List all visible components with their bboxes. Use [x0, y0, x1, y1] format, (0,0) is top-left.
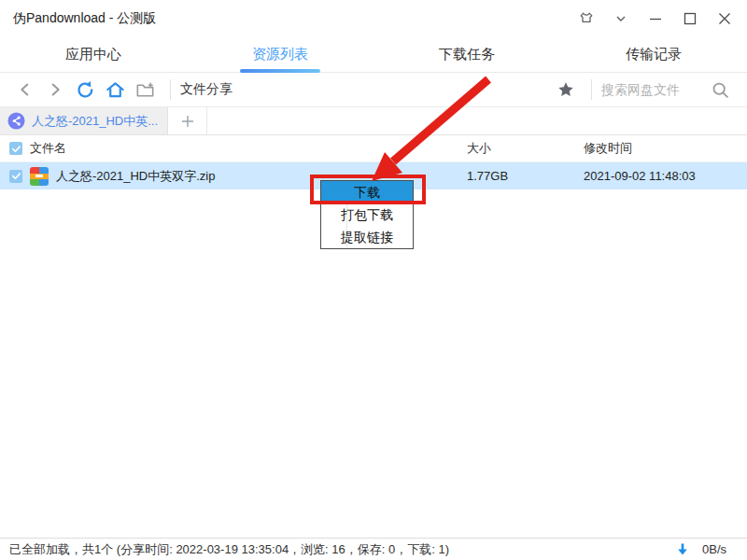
new-folder-button[interactable] [131, 77, 159, 103]
download-speed: 0B/s [702, 542, 726, 556]
select-all-checkbox[interactable] [9, 142, 22, 155]
menu-dropdown-button[interactable] [603, 5, 638, 33]
tab-label: 下载任务 [439, 46, 495, 63]
search-icon [711, 80, 730, 100]
file-name: 人之怒-2021_HD中英双字.zip [56, 168, 216, 185]
tab-download-tasks[interactable]: 下载任务 [374, 37, 560, 72]
header-modified-label: 修改时间 [579, 140, 747, 157]
toolbar: 文件分享 [0, 73, 747, 107]
forward-button[interactable] [41, 77, 69, 103]
row-checkbox[interactable] [9, 170, 22, 183]
tab-resource-list[interactable]: 资源列表 [187, 37, 374, 72]
check-icon [11, 171, 21, 181]
back-button[interactable] [11, 77, 39, 103]
share-icon [7, 112, 25, 130]
file-size: 1.77GB [467, 169, 579, 183]
new-tab-button[interactable] [168, 107, 207, 134]
tab-label: 应用中心 [65, 46, 121, 63]
tab-app-center[interactable]: 应用中心 [0, 37, 187, 72]
maximize-icon [684, 12, 697, 25]
home-button[interactable] [101, 77, 129, 103]
app-window: 伪Pandownload - 公测版 [0, 0, 747, 560]
toolbar-divider [591, 79, 592, 100]
header-name-label: 文件名 [30, 140, 66, 157]
close-icon [718, 12, 731, 25]
favorite-button[interactable] [552, 77, 580, 103]
doc-tab-share[interactable]: 人之怒-2021_HD中英... [0, 107, 168, 134]
search-button[interactable] [706, 77, 734, 103]
chevron-left-icon [15, 79, 35, 100]
doc-tab-strip: 人之怒-2021_HD中英... [0, 107, 747, 135]
chevron-right-icon [45, 79, 65, 100]
tab-label: 传输记录 [626, 46, 682, 63]
doc-tab-label: 人之怒-2021_HD中英... [32, 113, 158, 130]
tab-label: 资源列表 [252, 46, 308, 63]
menu-item-package-download[interactable]: 打包下载 [321, 203, 413, 226]
chevron-down-icon [613, 11, 628, 26]
current-folder-label: 文件分享 [180, 81, 233, 98]
status-bar: 已全部加载，共1个 (分享时间: 2022-03-19 13:35:04，浏览:… [0, 538, 747, 560]
refresh-button[interactable] [71, 77, 99, 103]
maximize-button[interactable] [672, 5, 707, 33]
title-bar: 伪Pandownload - 公测版 [0, 0, 747, 37]
toolbar-divider [170, 79, 171, 100]
download-arrow-icon [676, 542, 689, 556]
minimize-icon [649, 12, 662, 25]
header-size-label: 大小 [467, 140, 579, 157]
zip-file-icon [30, 167, 49, 186]
window-controls [569, 5, 741, 33]
file-modified: 2021-09-02 11:48:03 [579, 169, 747, 183]
folder-plus-icon [134, 79, 156, 101]
main-tab-bar: 应用中心 资源列表 下载任务 传输记录 [0, 37, 747, 73]
minimize-button[interactable] [638, 5, 672, 33]
tshirt-icon [577, 9, 596, 28]
skin-theme-button[interactable] [569, 5, 603, 33]
plus-icon [180, 114, 195, 129]
header-name-cell: 文件名 [0, 140, 467, 157]
star-icon [557, 80, 575, 99]
check-icon [11, 144, 21, 154]
list-header: 文件名 大小 修改时间 [0, 135, 747, 162]
menu-item-extract-link[interactable]: 提取链接 [321, 226, 413, 248]
window-title: 伪Pandownload - 公测版 [13, 10, 156, 27]
toolbar-right [552, 77, 736, 103]
status-summary: 已全部加载，共1个 (分享时间: 2022-03-19 13:35:04，浏览:… [9, 541, 449, 558]
close-button[interactable] [707, 5, 741, 33]
menu-item-download[interactable]: 下载 [321, 181, 413, 203]
home-icon [105, 79, 126, 101]
refresh-icon [75, 79, 96, 101]
context-menu: 下载 打包下载 提取链接 [320, 180, 414, 249]
tab-transfer-records[interactable]: 传输记录 [560, 37, 747, 72]
speed-indicator: 0B/s [676, 542, 726, 556]
search-input[interactable] [601, 82, 706, 97]
